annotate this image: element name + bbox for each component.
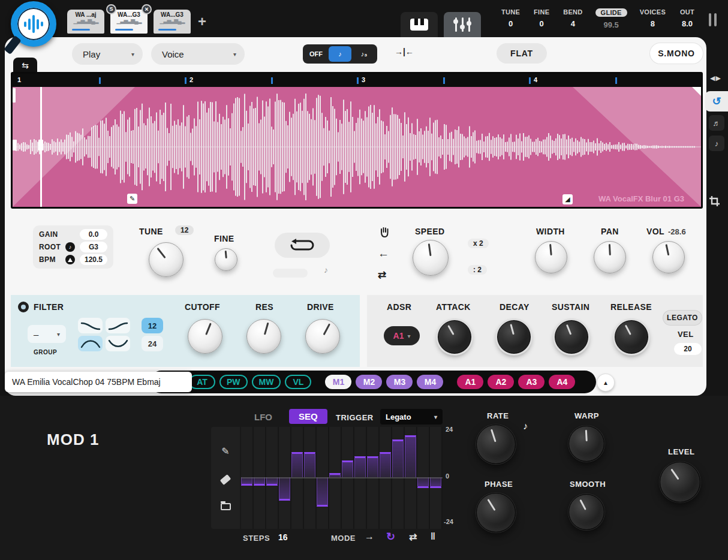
decay-knob[interactable] xyxy=(497,320,531,354)
tag-pw[interactable]: PW xyxy=(219,375,248,389)
preset-folder-icon[interactable] xyxy=(221,503,231,510)
tab-seq[interactable]: SEQ xyxy=(289,409,327,424)
crop-tool[interactable] xyxy=(709,195,720,209)
filter-slope-24[interactable]: 24 xyxy=(142,336,163,351)
readout-tune[interactable]: TUNE0 xyxy=(501,8,520,28)
app-logo[interactable] xyxy=(8,0,61,53)
fine-knob[interactable] xyxy=(215,248,237,271)
mode-forward-icon[interactable]: → xyxy=(365,531,374,542)
gain-value[interactable]: 0.0 xyxy=(80,229,107,240)
speed-mult-button[interactable]: x 2 xyxy=(468,239,489,248)
res-knob[interactable] xyxy=(246,319,281,354)
mode-pingpong-icon[interactable]: ⇄ xyxy=(409,531,417,543)
warp-knob[interactable] xyxy=(568,426,604,462)
edit-fade-button[interactable]: ✎ xyxy=(127,194,137,204)
loop-toggle-button[interactable] xyxy=(275,233,330,258)
tag-at[interactable]: AT xyxy=(189,375,215,389)
trigger-dropdown[interactable]: Legato ▾ xyxy=(380,409,443,424)
seq-grid[interactable] xyxy=(241,427,443,529)
add-tab-button[interactable]: + xyxy=(198,13,206,30)
filter-shape-bandpass[interactable] xyxy=(78,336,103,351)
tag-vl[interactable]: VL xyxy=(285,375,311,389)
pause-icon[interactable] xyxy=(709,13,717,26)
vol-value[interactable]: -28.6 xyxy=(668,227,686,236)
readout-voices[interactable]: VOICES8 xyxy=(640,8,666,28)
tag-m2[interactable]: M2 xyxy=(356,375,382,389)
waveform-display[interactable]: 1234 ✎ ◢ WA VocalFX Blur 0 xyxy=(11,72,703,209)
sync-segment[interactable]: ♪ xyxy=(329,46,351,62)
loop-marker-handle[interactable] xyxy=(13,140,17,150)
phase-knob[interactable] xyxy=(476,493,516,532)
filter-shape-highpass[interactable] xyxy=(106,318,130,333)
sustain-knob[interactable] xyxy=(555,320,588,354)
tag-m1[interactable]: M1 xyxy=(325,375,351,389)
mode-loop-icon[interactable]: ↻ xyxy=(386,530,395,543)
rate-knob[interactable] xyxy=(476,424,516,464)
keyboard-view-button[interactable] xyxy=(401,12,438,37)
steps-value[interactable]: 16 xyxy=(278,532,288,542)
sample-tab[interactable]: WA ...aj▁▃▅▃▆▄▂ xyxy=(67,10,104,34)
eraser-tool-icon[interactable] xyxy=(220,475,231,486)
edit-tool-selected[interactable]: ↺ xyxy=(705,91,728,112)
level-knob[interactable] xyxy=(660,462,700,502)
snap-to-center-button[interactable]: →|← xyxy=(395,47,414,56)
playhead-handle[interactable] xyxy=(38,140,43,150)
readout-out[interactable]: OUT8.0 xyxy=(678,8,696,28)
shuffle-icon[interactable]: ⇄ xyxy=(378,269,386,281)
waveform-ruler[interactable]: 1234 xyxy=(13,74,701,87)
mixer-view-button[interactable] xyxy=(444,12,481,37)
adsr-target-dropdown[interactable]: A1 ▾ xyxy=(384,326,420,345)
readout-glide[interactable]: GLIDE99.5 xyxy=(595,8,627,29)
loop-length-pill[interactable] xyxy=(273,269,308,278)
tune-knob[interactable] xyxy=(149,242,183,277)
tag-m3[interactable]: M3 xyxy=(386,375,413,389)
tag-a1[interactable]: A1 xyxy=(457,375,483,389)
tag-a3[interactable]: A3 xyxy=(518,375,545,389)
filter-shape-notch[interactable] xyxy=(106,336,130,351)
cutoff-knob[interactable] xyxy=(188,319,222,354)
sample-tab[interactable]: WA...G3▁▃▅▃▆▄▂S× xyxy=(110,10,148,34)
sync-segment[interactable]: OFF xyxy=(305,46,327,62)
tag-m4[interactable]: M4 xyxy=(417,375,443,389)
start-marker-handle[interactable] xyxy=(13,88,16,103)
pan-knob[interactable] xyxy=(594,241,626,273)
pitch-note-tool[interactable]: ♪ xyxy=(709,136,724,151)
tag-a2[interactable]: A2 xyxy=(488,375,514,389)
speed-div-button[interactable]: : 2 xyxy=(468,265,487,275)
smooth-knob[interactable] xyxy=(568,494,604,530)
sync-note-tool[interactable]: ♬ xyxy=(709,115,724,131)
vol-knob[interactable] xyxy=(652,241,685,273)
loop-mode-tab[interactable]: ⇆ xyxy=(13,58,37,73)
bpm-value[interactable]: 120.5 xyxy=(80,254,107,265)
attack-knob[interactable] xyxy=(438,320,471,354)
filter-shape-lowpass[interactable] xyxy=(78,318,103,333)
filter-enable-toggle[interactable] xyxy=(18,302,29,312)
reverse-icon[interactable]: ← xyxy=(378,247,389,260)
readout-bend[interactable]: BEND4 xyxy=(563,8,582,28)
tab-close-icon[interactable]: × xyxy=(142,4,152,14)
sample-tab[interactable]: WA...G3▁▃▅▃▆▄▂ xyxy=(154,10,191,34)
flat-button[interactable]: FLAT xyxy=(497,43,547,64)
vel-value[interactable]: 20 xyxy=(674,343,702,355)
voice-mode-dropdown[interactable]: Voice ▾ xyxy=(151,43,245,65)
tag-a4[interactable]: A4 xyxy=(549,375,575,389)
pan-arrows-icon[interactable]: ◀▶ xyxy=(710,74,721,82)
sync-segment[interactable]: ♪₃ xyxy=(353,46,375,62)
speed-knob[interactable] xyxy=(413,240,449,276)
root-value[interactable]: G3 xyxy=(80,242,107,252)
filter-slope-12[interactable]: 12 xyxy=(142,318,163,333)
readout-fine[interactable]: FINE0 xyxy=(533,8,550,28)
rate-sync-note-icon[interactable]: ♪ xyxy=(523,421,528,432)
tag-mw[interactable]: MW xyxy=(252,375,281,389)
hand-drag-icon[interactable] xyxy=(380,227,390,240)
mode-pause-icon[interactable]: ‖ xyxy=(431,531,435,542)
fade-curve-handle[interactable]: ◢ xyxy=(562,194,573,204)
collapse-panel-button[interactable]: ▲ xyxy=(597,374,614,391)
tune-value[interactable]: 12 xyxy=(175,225,194,235)
waveform-area[interactable]: ✎ ◢ WA VocalFX Blur 01 G3 xyxy=(13,87,701,207)
legato-button[interactable]: LEGATO xyxy=(663,311,702,325)
end-marker-handle[interactable] xyxy=(692,87,701,96)
width-knob[interactable] xyxy=(535,241,567,273)
play-mode-dropdown[interactable]: Play ▾ xyxy=(72,43,143,65)
draw-tool-icon[interactable]: ✎ xyxy=(221,445,229,457)
